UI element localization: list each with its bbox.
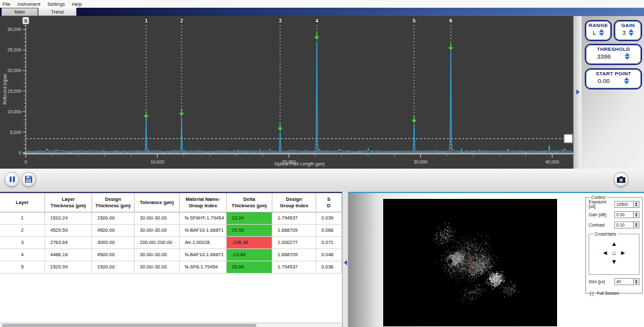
field-input[interactable]: 10500 bbox=[614, 201, 634, 208]
gain-label: GAIN bbox=[615, 23, 641, 28]
peak-arrow-icon bbox=[412, 120, 417, 123]
reflected-signal-chart[interactable]: 05,00010,00015,00020,00025,00030,000010,… bbox=[0, 16, 573, 169]
range-down-icon[interactable] bbox=[599, 33, 604, 36]
cell-delta: -13.84 bbox=[227, 249, 272, 261]
gain-down-icon[interactable] bbox=[629, 33, 634, 36]
pause-button[interactable] bbox=[5, 172, 19, 187]
field-input[interactable]: 0.00 bbox=[614, 211, 634, 218]
chart-panel-splitter[interactable] bbox=[573, 16, 582, 169]
tab-main[interactable]: Main bbox=[1, 8, 38, 16]
cell-material: Air-1.00028 bbox=[180, 237, 227, 249]
camera-icon bbox=[616, 176, 626, 183]
threshold-drag-handle[interactable] bbox=[564, 135, 573, 143]
svg-text:0: 0 bbox=[19, 151, 21, 155]
column-header: DeltaThickness (µm) bbox=[227, 193, 272, 212]
peak-arrow-icon bbox=[179, 113, 184, 116]
threshold-control: THRESHOLD 3398 bbox=[585, 44, 642, 65]
cell-layer: 5 bbox=[0, 261, 45, 274]
cell-material: N-SF6-1.79454 bbox=[180, 261, 227, 274]
threshold-up-icon[interactable] bbox=[625, 53, 630, 56]
table-row[interactable]: 44486.164500.0030.00/-30.00N-BAF10-1.668… bbox=[0, 249, 342, 261]
peak-arrow-icon bbox=[278, 127, 283, 131]
scrollbar-thumb[interactable] bbox=[2, 324, 256, 327]
range-up-icon[interactable] bbox=[599, 29, 604, 32]
cell-tolerance: 30.00/-30.00 bbox=[135, 249, 180, 261]
up-arrow-icon[interactable]: ▲ bbox=[610, 239, 619, 248]
cell-material: N-SF6HT-1.79454 bbox=[180, 212, 227, 225]
chart-canvas: 05,00010,00015,00020,00025,00030,000010,… bbox=[0, 16, 573, 169]
start-point-control: START POINT 0.00 bbox=[585, 68, 642, 89]
cell-tolerance: 30.00/-30.00 bbox=[135, 225, 180, 237]
gain-value[interactable]: 3 bbox=[622, 29, 625, 36]
save-button[interactable] bbox=[21, 172, 36, 187]
field-stepper[interactable] bbox=[634, 211, 639, 218]
expand-right-icon[interactable] bbox=[576, 89, 580, 95]
cell-design_group_index: 1.668709 bbox=[272, 249, 316, 261]
gain-control: GAIN 3 bbox=[614, 20, 642, 41]
peak-marker-label: 1 bbox=[144, 17, 147, 24]
cell-layer_thickness: 1520.99 bbox=[45, 261, 92, 274]
full-screen-toggle[interactable]: [ ] Full Screen bbox=[590, 291, 639, 295]
menu-item-settings[interactable]: Settings bbox=[48, 1, 65, 7]
threshold-value[interactable]: 3398 bbox=[597, 53, 611, 60]
field-stepper[interactable] bbox=[634, 201, 639, 208]
cell-extra: 0.071 bbox=[316, 237, 342, 249]
size-label: Size [px] bbox=[589, 279, 614, 284]
range-value[interactable]: L bbox=[592, 29, 596, 36]
range-control: RANGE L bbox=[585, 20, 612, 41]
crosshairs-group-label: CrossHairs bbox=[593, 232, 618, 236]
start-point-down-icon[interactable] bbox=[624, 81, 629, 84]
column-header: SD bbox=[316, 193, 342, 212]
size-stepper[interactable] bbox=[634, 278, 639, 285]
control-field-row: Contrast0.10 bbox=[589, 221, 639, 229]
camera-snapshot-button[interactable] bbox=[614, 172, 629, 187]
column-header: Layer bbox=[0, 193, 45, 212]
field-stepper[interactable] bbox=[634, 221, 639, 229]
full-screen-label: Full Screen bbox=[597, 291, 619, 295]
table-row[interactable]: 24529.594500.0030.00/-30.00N-BAF10-1.668… bbox=[0, 225, 342, 237]
chart-y-axis-label: Reflected Signal bbox=[3, 67, 7, 112]
left-arrow-icon[interactable]: ◄ bbox=[601, 248, 610, 257]
right-arrow-icon[interactable]: ► bbox=[619, 248, 628, 257]
menu-bar: FileInstrumentSettingsHelp bbox=[0, 0, 644, 8]
field-input[interactable]: 0.10 bbox=[614, 221, 634, 229]
cell-design_group_index: 1.794537 bbox=[272, 261, 316, 274]
cell-layer: 4 bbox=[0, 249, 45, 261]
table-camera-splitter[interactable] bbox=[342, 192, 348, 327]
svg-text:5,000: 5,000 bbox=[10, 130, 21, 135]
cell-design_thickness: 4500.00 bbox=[92, 249, 135, 261]
gain-up-icon[interactable] bbox=[629, 29, 634, 32]
table-row[interactable]: 11510.241500.0030.00/-30.00N-SF6HT-1.794… bbox=[0, 212, 342, 225]
cell-design_group_index: 1.000277 bbox=[272, 237, 316, 249]
start-point-label: START POINT bbox=[586, 71, 641, 77]
down-arrow-icon[interactable]: ▼ bbox=[610, 257, 619, 266]
table-horizontal-scrollbar[interactable] bbox=[0, 322, 342, 327]
camera-view-panel: Control Exposure [us]10500Gain [dB]0.00C… bbox=[348, 192, 644, 327]
cell-tolerance: 200.00/-200.00 bbox=[135, 237, 180, 249]
collapse-left-icon[interactable] bbox=[344, 260, 347, 265]
field-label: Contrast bbox=[589, 223, 614, 227]
start-point-value[interactable]: 0.00 bbox=[598, 77, 610, 84]
svg-text:S: S bbox=[24, 18, 28, 24]
table-row[interactable]: 32763.643000.00200.00/-200.00Air-1.00028… bbox=[0, 237, 342, 249]
peak-marker-label: 2 bbox=[180, 17, 183, 24]
signal-trace bbox=[26, 41, 572, 152]
size-input[interactable]: 40 bbox=[614, 278, 634, 285]
peak-arrow-icon bbox=[448, 47, 453, 50]
toolbar-row bbox=[0, 169, 644, 192]
start-point-up-icon[interactable] bbox=[624, 77, 629, 80]
tab-trend[interactable]: Trend bbox=[38, 8, 77, 16]
menu-item-file[interactable]: File bbox=[3, 1, 10, 7]
table-row[interactable]: 51520.991500.0030.00/-30.00N-SF6-1.79454… bbox=[0, 261, 342, 274]
svg-text:30,000: 30,000 bbox=[413, 160, 428, 164]
cell-delta: 20.99 bbox=[227, 261, 272, 274]
menu-item-instrument[interactable]: Instrument bbox=[17, 1, 40, 7]
column-header: DesignThickness (µm) bbox=[92, 193, 135, 212]
menu-item-help[interactable]: Help bbox=[72, 1, 82, 7]
home-icon[interactable]: ⌂ bbox=[610, 248, 619, 257]
chart-x-axis-label: Optical Path Length (µm) bbox=[213, 162, 386, 166]
cell-material: N-BAF10-1.66871 bbox=[180, 249, 227, 261]
size-field-row: Size [px] 40 bbox=[589, 277, 639, 285]
threshold-down-icon[interactable] bbox=[625, 57, 630, 60]
full-screen-checkbox[interactable]: [ ] bbox=[590, 291, 594, 295]
